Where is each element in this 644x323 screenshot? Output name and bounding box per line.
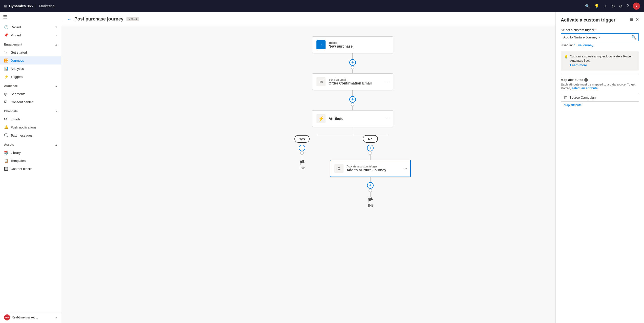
live-journey-link[interactable]: 1 live journey [574, 43, 593, 47]
text-icon: 💬 [4, 133, 9, 137]
library-icon: 📚 [4, 150, 9, 155]
assets-chevron: ∧ [55, 143, 57, 146]
panel-delete-button[interactable]: 🗑 [630, 17, 634, 22]
sidebar-header: ☰ [0, 12, 61, 22]
clear-trigger-btn[interactable]: × [599, 36, 600, 39]
yes-circle [300, 151, 304, 155]
custom-trigger-node[interactable]: ⚙ Activate a custom trigger Add to Nurtu… [330, 160, 411, 177]
filter-icon[interactable]: ⚙ [611, 4, 615, 9]
add-no-exit-btn[interactable]: + [367, 182, 374, 189]
no-label: No [363, 135, 378, 143]
sidebar-item-content-blocks[interactable]: 🔲 Content blocks [0, 165, 61, 173]
lightbulb-icon[interactable]: 💡 [594, 4, 599, 9]
source-campaign-name: Source Campaign [569, 96, 636, 99]
sidebar-item-library[interactable]: 📚 Library [0, 148, 61, 157]
no-circle [369, 151, 372, 155]
sidebar-item-get-started[interactable]: ▷ Get started [0, 48, 61, 56]
sidebar-item-segments[interactable]: ◎ Segments [0, 90, 61, 98]
assets-section: 📚 Library 📋 Templates 🔲 Content blocks [0, 147, 61, 174]
trigger-node-labels: Trigger New purchase [329, 41, 353, 48]
sidebar-item-text-messages[interactable]: 💬 Text messages [0, 131, 61, 139]
attribute-node[interactable]: ⚡ Attribute ⋯ [312, 110, 393, 127]
add-no-btn[interactable]: + [367, 145, 374, 151]
push-icon: 🔔 [4, 125, 9, 129]
info-text: You can also use a trigger to activate a… [570, 54, 636, 68]
custom-trigger-menu[interactable]: ⋯ [403, 166, 407, 171]
sidebar-item-emails[interactable]: ✉ Emails [0, 115, 61, 123]
sidebar: ☰ 🕐 Recent ∨ 📌 Pinned ∨ Engagement ∧ ▷ G… [0, 12, 61, 323]
email-node-menu[interactable]: ⋯ [386, 79, 390, 84]
help-icon[interactable]: ? [627, 4, 629, 8]
journeys-icon: 🔀 [4, 58, 9, 62]
audience-chevron: ∧ [55, 85, 57, 88]
connector-circle-2 [351, 103, 354, 106]
settings-icon[interactable]: ⚙ [619, 4, 622, 9]
attribute-node-menu[interactable]: ⋯ [386, 116, 390, 121]
trigger-select-label: Select a custom trigger * [561, 28, 639, 32]
map-attr-info-icon[interactable]: i [584, 78, 588, 82]
app-name: Dynamics 365 [9, 4, 33, 8]
user-avatar[interactable]: # [633, 3, 640, 10]
topbar-actions: 🔍 💡 ＋ ⚙ ⚙ ? # [585, 3, 640, 10]
map-attribute-link[interactable]: Map attribute [564, 103, 582, 107]
search-icon[interactable]: 🔍 [585, 4, 590, 9]
footer-avatar: RM [4, 314, 10, 320]
hamburger-menu[interactable]: ☰ [3, 14, 7, 19]
connector-2 [352, 69, 353, 73]
pin-icon: 📌 [4, 33, 9, 37]
email-node[interactable]: ✉ Send an email Order Confirmation Email… [312, 73, 393, 90]
engagement-section: ▷ Get started 🔀 Journeys 📊 Analytics ⚡ T… [0, 47, 61, 82]
connector-circle-1 [351, 66, 354, 69]
app-logo: ⊞ Dynamics 365 [4, 4, 33, 8]
back-button[interactable]: ← [67, 17, 71, 21]
exit-flag-no: 🏴 [368, 197, 373, 203]
page-title: Post purchase journey [74, 16, 123, 22]
trigger-node[interactable]: → Trigger New purchase [312, 36, 393, 53]
no-exit-circle [369, 189, 372, 192]
used-in-info: Used in: 1 live journey [561, 43, 639, 47]
trigger-search-btn[interactable]: 🔍 [629, 34, 638, 41]
sidebar-item-push-notifications[interactable]: 🔔 Push notifications [0, 123, 61, 131]
sidebar-item-analytics[interactable]: 📊 Analytics [0, 64, 61, 73]
add-step-btn-2[interactable]: + [349, 96, 356, 103]
sidebar-item-recent[interactable]: 🕐 Recent ∨ [0, 23, 61, 31]
triggers-icon: ⚡ [4, 75, 9, 79]
trigger-icon: → [316, 40, 326, 49]
audience-group-header: Audience ∧ [0, 82, 61, 89]
channels-section: ✉ Emails 🔔 Push notifications 💬 Text mes… [0, 114, 61, 140]
yes-label: Yes [294, 135, 310, 143]
consent-icon: ☑ [4, 100, 9, 104]
sidebar-footer[interactable]: RM Real-time marketi... ∨ [0, 312, 61, 323]
branch-connector-top [302, 127, 403, 135]
connector-3 [352, 90, 353, 96]
add-step-btn-1[interactable]: + [349, 59, 356, 66]
no-exit-line-1 [370, 177, 371, 182]
sidebar-item-triggers[interactable]: ⚡ Triggers [0, 73, 61, 81]
sidebar-item-templates[interactable]: 📋 Templates [0, 157, 61, 165]
learn-more-link[interactable]: Learn more [570, 63, 587, 67]
add-yes-btn[interactable]: + [299, 145, 305, 151]
sidebar-item-journeys[interactable]: 🔀 Journeys [0, 56, 61, 64]
yes-line [302, 155, 302, 160]
engagement-chevron: ∧ [55, 43, 57, 46]
select-attribute-link[interactable]: select an attribute. [572, 86, 598, 90]
no-exit-line-2 [370, 192, 371, 197]
info-box: 💡 You can also use a trigger to activate… [561, 51, 639, 71]
panel-close-button[interactable]: ✕ [636, 17, 639, 22]
sidebar-item-consent-center[interactable]: ☑ Consent center [0, 98, 61, 106]
grid-icon: ⊞ [4, 4, 7, 8]
custom-trigger-icon: ⚙ [334, 164, 344, 173]
recent-icon: 🕐 [4, 25, 9, 29]
attribute-node-icon: ⚡ [316, 114, 326, 123]
no-line [370, 155, 371, 160]
sidebar-item-pinned[interactable]: 📌 Pinned ∨ [0, 31, 61, 39]
audience-section: ◎ Segments ☑ Consent center [0, 89, 61, 107]
add-icon[interactable]: ＋ [603, 4, 607, 9]
email-node-labels: Send an email Order Confirmation Email [329, 78, 372, 85]
channels-chevron: ∧ [55, 110, 57, 113]
connector-1 [352, 53, 353, 59]
required-marker: * [595, 28, 597, 32]
content-blocks-icon: 🔲 [4, 167, 9, 171]
yes-exit: 🏴 Exit [299, 160, 305, 170]
trigger-input-wrap[interactable]: Add to Nurture Journey × 🔍 [561, 33, 639, 41]
